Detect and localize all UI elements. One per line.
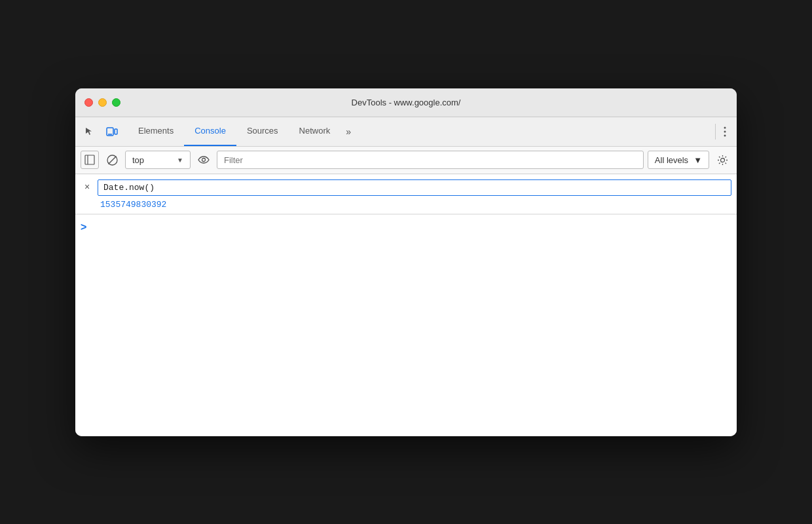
more-tabs-button[interactable]: » <box>341 120 356 143</box>
maximize-button[interactable] <box>112 98 120 107</box>
tab-bar-icons <box>81 122 121 141</box>
console-entry-evaluated: × 1535749830392 <box>75 174 737 214</box>
device-mode-button[interactable] <box>103 122 121 141</box>
live-expressions-button[interactable] <box>194 151 213 169</box>
context-selector[interactable]: top ▼ <box>125 151 191 169</box>
console-input[interactable] <box>98 179 731 196</box>
levels-arrow: ▼ <box>693 155 702 165</box>
more-options-button[interactable] <box>718 121 731 143</box>
console-prompt-area[interactable]: > <box>75 214 737 240</box>
svg-point-5 <box>724 134 726 136</box>
close-entry-icon[interactable]: × <box>81 180 94 193</box>
svg-line-9 <box>108 156 116 164</box>
entry-input-line <box>98 177 731 198</box>
tab-elements[interactable]: Elements <box>128 117 184 146</box>
filter-input[interactable] <box>224 155 637 165</box>
inspect-element-button[interactable] <box>81 122 99 141</box>
context-dropdown-arrow: ▼ <box>177 157 183 164</box>
svg-point-11 <box>720 158 724 162</box>
prompt-chevron-icon: > <box>81 221 86 233</box>
tab-console[interactable]: Console <box>184 117 236 146</box>
clear-console-button[interactable] <box>103 151 121 169</box>
svg-rect-1 <box>115 129 117 134</box>
tab-bar-right <box>712 121 731 143</box>
log-levels-selector[interactable]: All levels ▼ <box>648 151 709 169</box>
tab-network[interactable]: Network <box>289 117 341 146</box>
entry-content: 1535749830392 <box>98 177 731 211</box>
devtools-window: DevTools - www.google.com/ Elements <box>75 88 737 436</box>
svg-point-3 <box>724 126 726 128</box>
console-area: × 1535749830392 > <box>75 174 737 436</box>
svg-point-10 <box>202 159 206 162</box>
traffic-lights <box>84 98 120 107</box>
tab-bar: Elements Console Sources Network » <box>75 117 737 147</box>
minimize-button[interactable] <box>98 98 107 107</box>
filter-input-wrapper[interactable] <box>217 151 644 169</box>
tab-sources[interactable]: Sources <box>236 117 289 146</box>
entry-result: 1535749830392 <box>98 198 731 211</box>
title-bar: DevTools - www.google.com/ <box>75 88 737 117</box>
close-button[interactable] <box>84 98 93 107</box>
show-sidebar-button[interactable] <box>81 151 99 169</box>
divider <box>715 124 716 140</box>
svg-rect-6 <box>85 155 94 164</box>
console-toolbar: top ▼ All levels ▼ <box>75 147 737 174</box>
console-settings-button[interactable] <box>713 151 731 169</box>
svg-point-4 <box>724 130 726 132</box>
window-title: DevTools - www.google.com/ <box>352 98 461 107</box>
